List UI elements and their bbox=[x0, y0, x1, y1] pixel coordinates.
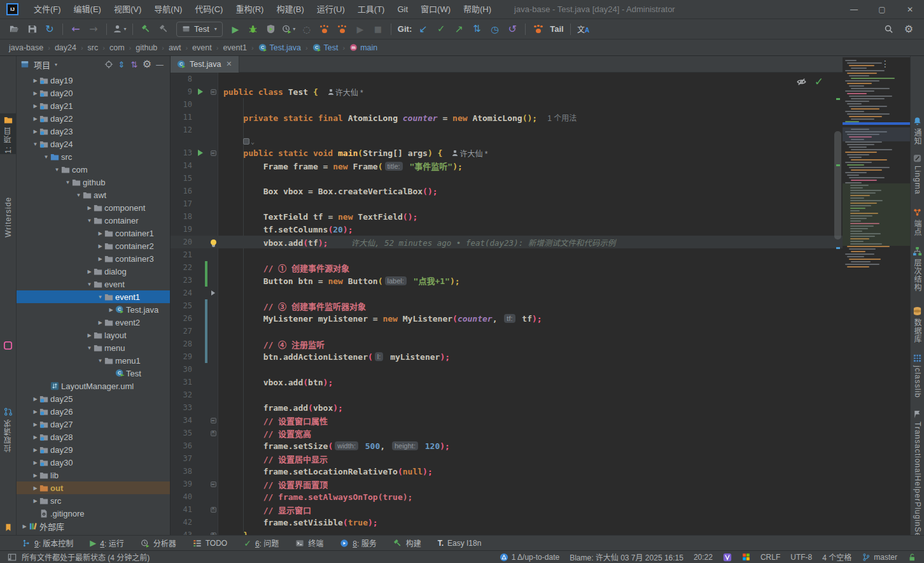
toolwindow-button-todo[interactable]: TODO bbox=[193, 539, 227, 548]
toolwindow-button-数据库[interactable]: 数据库 bbox=[911, 304, 924, 346]
scrollbar-thumb[interactable] bbox=[834, 131, 841, 239]
code-line-43[interactable]: 43⌃ } bbox=[171, 529, 910, 535]
build-hammer-button[interactable] bbox=[137, 22, 154, 37]
code-line-20[interactable]: 20 vbox.add(tf);许大仙, 52 minutes ago • fe… bbox=[171, 236, 910, 248]
minimap[interactable] bbox=[843, 57, 910, 535]
minimize-button[interactable]: — bbox=[840, 0, 868, 19]
git-rollback-button[interactable]: ↺ bbox=[504, 22, 521, 37]
chevron-right-icon[interactable]: ▶ bbox=[31, 103, 39, 109]
breadcrumb-item-test[interactable]: CTest bbox=[311, 43, 340, 52]
breadcrumb-item-main[interactable]: mmain bbox=[348, 43, 379, 52]
status-item-4-个空格[interactable]: 4 个空格 bbox=[822, 552, 851, 562]
status-item-ms[interactable] bbox=[742, 553, 750, 561]
tree-item-src[interactable]: ▼src bbox=[17, 150, 170, 163]
chevron-down-icon[interactable]: ▼ bbox=[85, 345, 94, 351]
chevron-right-icon[interactable]: ▶ bbox=[31, 78, 39, 83]
toolwindow-button-通知[interactable]: 通知 bbox=[911, 115, 924, 148]
toolwindow-button-writerside[interactable] bbox=[0, 339, 16, 353]
chevron-right-icon[interactable]: ▶ bbox=[31, 90, 39, 96]
chevron-right-icon[interactable]: ▶ bbox=[96, 320, 104, 325]
chevron-down-icon[interactable]: ▼ bbox=[53, 167, 61, 173]
breadcrumb-item-com[interactable]: com bbox=[108, 43, 126, 52]
tree-item-day19[interactable]: ▶day19 bbox=[17, 74, 170, 87]
tree-item-外部库[interactable]: ▶外部库 bbox=[17, 520, 170, 532]
menu-item-9[interactable]: Git bbox=[391, 0, 414, 18]
chevron-right-icon[interactable]: ▶ bbox=[31, 447, 39, 453]
tab-test-java[interactable]: C Test.java ✕ bbox=[171, 56, 239, 73]
status-item-v-plugin[interactable] bbox=[723, 553, 732, 562]
tree-item-day24[interactable]: ▼day24 bbox=[17, 138, 170, 150]
tail-paw-button[interactable] bbox=[530, 22, 547, 37]
maximize-button[interactable]: ▢ bbox=[868, 0, 896, 19]
chevron-down-icon[interactable]: ▼ bbox=[74, 192, 83, 198]
sync-button[interactable]: ↻ bbox=[41, 22, 58, 37]
code-line-32[interactable]: 32 bbox=[171, 388, 910, 401]
chevron-right-icon[interactable]: ▶ bbox=[31, 434, 39, 440]
breadcrumb-item-day24[interactable]: day24 bbox=[53, 43, 78, 52]
menu-item-11[interactable]: 帮助(H) bbox=[457, 0, 498, 18]
status-item-blame--许大仙-03-7月-2025-16[interactable]: Blame: 许大仙 03 7月 2025 16:15 bbox=[570, 552, 683, 562]
toolwindow-button-分析器[interactable]: 分析器 bbox=[141, 538, 176, 548]
code-line-23[interactable]: 23 Button btn = new Button(label: "点我+1"… bbox=[171, 274, 910, 287]
chevron-right-icon[interactable]: ▶ bbox=[31, 409, 39, 415]
chevron-right-icon[interactable]: ▶ bbox=[85, 205, 94, 211]
code-line-28[interactable]: 28 // ④ 注册监听 bbox=[171, 338, 910, 350]
code-line-38[interactable]: 38 frame.setLocationRelativeTo(null); bbox=[171, 465, 910, 478]
no-problems-icon[interactable]: ✓ bbox=[815, 76, 823, 87]
user-button[interactable]: ▾ bbox=[111, 22, 128, 37]
breadcrumb-item-java-base[interactable]: java-base bbox=[8, 43, 45, 52]
toolwindow-button-lingma[interactable]: Lingma bbox=[911, 152, 924, 199]
run-button[interactable]: ▶ bbox=[227, 22, 244, 37]
menu-item-0[interactable]: 文件(F) bbox=[27, 0, 67, 18]
chevron-down-icon[interactable]: ▼ bbox=[31, 141, 39, 147]
chevron-down-icon[interactable]: ▼ bbox=[42, 154, 50, 160]
menu-item-5[interactable]: 重构(R) bbox=[229, 0, 270, 18]
translate-button[interactable]: 文A bbox=[575, 22, 592, 37]
tree-item-src[interactable]: ▶src bbox=[17, 494, 170, 507]
chevron-down-icon[interactable]: ▼ bbox=[85, 218, 94, 224]
chevron-right-icon[interactable]: ▶ bbox=[85, 332, 94, 338]
expand-all-button[interactable]: ⇕ bbox=[115, 58, 128, 71]
code-line-12[interactable]: 12 bbox=[171, 124, 910, 136]
code-line-27[interactable]: 27 bbox=[171, 325, 910, 338]
toolwindow-button-1--项目[interactable]: 1: 项目 bbox=[0, 113, 16, 154]
status-item-unlock[interactable] bbox=[907, 553, 916, 562]
tree-item-day28[interactable]: ▶day28 bbox=[17, 431, 170, 443]
author-inlay-hint[interactable]: 许大仙 * bbox=[452, 148, 487, 159]
tree-item-github[interactable]: ▼github bbox=[17, 176, 170, 189]
fold-marker-icon[interactable]: ⌃ bbox=[211, 532, 216, 536]
git-fetch-button[interactable]: ⇅ bbox=[468, 22, 485, 37]
toolwindow-button-端点[interactable]: 端点 bbox=[911, 206, 924, 239]
tree-item-day27[interactable]: ▶day27 bbox=[17, 418, 170, 431]
tree-item-com[interactable]: ▼com bbox=[17, 163, 170, 176]
chevron-right-icon[interactable]: ▶ bbox=[107, 307, 115, 313]
tree-item-out[interactable]: ▶out bbox=[17, 481, 170, 494]
chevron-right-icon[interactable]: ▶ bbox=[31, 129, 39, 134]
chevron-down-icon[interactable]: ▼ bbox=[64, 180, 72, 185]
tree-item-event2[interactable]: ▶event2 bbox=[17, 316, 170, 329]
code-line-17[interactable]: 17 bbox=[171, 197, 910, 210]
tree-item-.gitignore[interactable]: .gitignore bbox=[17, 507, 170, 520]
status-item-master[interactable]: master bbox=[862, 553, 897, 562]
save-all-button[interactable] bbox=[24, 22, 40, 37]
tree-item-layoutmanager.uml[interactable]: LayoutManager.uml bbox=[17, 380, 170, 392]
breadcrumb-item-event1[interactable]: event1 bbox=[221, 43, 248, 52]
chevron-right-icon[interactable]: ▶ bbox=[31, 396, 39, 402]
chevron-right-icon[interactable]: ▶ bbox=[31, 485, 39, 491]
code-line-16[interactable]: 16 Box vbox = Box.createVerticalBox(); bbox=[171, 185, 910, 197]
run-gutter-icon[interactable] bbox=[198, 89, 203, 95]
code-line-25[interactable]: 25 // ③ 创建事件监听器对象 bbox=[171, 299, 910, 312]
menu-item-10[interactable]: 窗口(W) bbox=[414, 0, 457, 18]
tree-item-container2[interactable]: ▶container2 bbox=[17, 239, 170, 252]
hide-button[interactable]: — bbox=[153, 58, 166, 71]
menu-item-8[interactable]: 工具(T) bbox=[351, 0, 391, 18]
menu-item-6[interactable]: 构建(B) bbox=[270, 0, 310, 18]
code-line-21[interactable]: 21 bbox=[171, 248, 910, 261]
code-line-18[interactable]: 18 TextField tf = new TextField(); bbox=[171, 210, 910, 223]
code-line-37[interactable]: 37 // 设置居中显示 bbox=[171, 452, 910, 465]
code-line-42[interactable]: 42 frame.setVisible(true); bbox=[171, 516, 910, 529]
toolwindow-button-服务[interactable]: 8: 服务 bbox=[340, 538, 376, 548]
tree-item-day26[interactable]: ▶day26 bbox=[17, 405, 170, 418]
chevron-down-icon[interactable]: ▼ bbox=[85, 282, 94, 287]
toolwindow-button-运行[interactable]: ▶4: 运行 bbox=[90, 538, 123, 548]
